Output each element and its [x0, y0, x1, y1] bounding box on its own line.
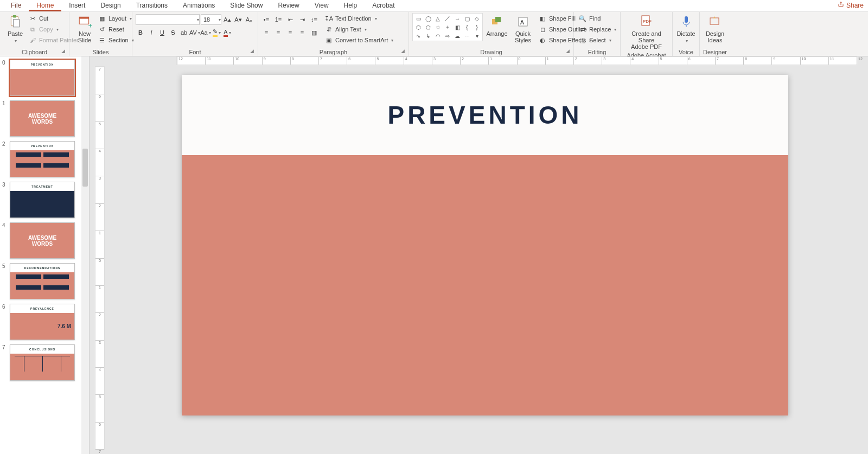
- thumbnail-scrollbar[interactable]: [81, 56, 89, 454]
- find-button[interactable]: 🔍Find: [577, 13, 602, 24]
- italic-button[interactable]: I: [146, 27, 156, 38]
- slide-canvas[interactable]: PREVENTION: [182, 75, 788, 415]
- slide-thumbnail[interactable]: 2PREVENTION: [10, 141, 81, 177]
- align-text-button[interactable]: ⇵Align Text▾: [323, 24, 394, 35]
- drawing-launcher[interactable]: ◢: [566, 48, 572, 55]
- section-button[interactable]: ☰Section▾: [97, 35, 135, 46]
- svg-rect-1: [13, 15, 17, 17]
- tab-review[interactable]: Review: [270, 0, 307, 11]
- tab-view[interactable]: View: [307, 0, 336, 11]
- dec-indent-icon: ⇤: [288, 16, 293, 23]
- align-center-icon: ≡: [277, 29, 280, 36]
- thumbnail-number: 4: [2, 222, 5, 228]
- slide-thumbnail[interactable]: 5RECOMMENDATIONS: [10, 263, 81, 299]
- thumbnail-preview: AWESOME WORDS: [10, 222, 75, 259]
- slide-thumbnail[interactable]: 0PREVENTION: [10, 60, 81, 96]
- inc-indent-button[interactable]: ⇥: [297, 14, 307, 25]
- menu-bar: File Home Insert Design Transitions Anim…: [0, 0, 868, 12]
- tab-transitions[interactable]: Transitions: [129, 0, 175, 11]
- shape-oval-icon: ◯: [424, 15, 432, 22]
- font-name-combo[interactable]: ▾: [136, 14, 200, 25]
- replace-button[interactable]: ⇄Replace▾: [577, 24, 617, 35]
- layout-button[interactable]: ▦Layout▾: [97, 13, 135, 24]
- align-center-button[interactable]: ≡: [273, 27, 283, 38]
- shape-cloud-icon: ☁: [453, 32, 462, 40]
- tab-animations[interactable]: Animations: [175, 0, 222, 11]
- shape-hex-icon: ⬡: [414, 23, 423, 31]
- bold-button[interactable]: B: [136, 27, 145, 38]
- quick-styles-button[interactable]: A Quick Styles: [511, 13, 535, 44]
- shape-fill-icon: ◧: [538, 14, 547, 23]
- tab-file[interactable]: File: [3, 0, 29, 11]
- share-button[interactable]: Share: [838, 1, 864, 9]
- shadow-button[interactable]: ab: [179, 27, 189, 38]
- slide-thumbnail[interactable]: 4AWESOME WORDS: [10, 222, 81, 259]
- font-color-button[interactable]: A▾: [222, 27, 232, 38]
- smartart-button[interactable]: ▣Convert to SmartArt▾: [323, 35, 394, 46]
- select-button[interactable]: ⬚Select▾: [577, 35, 612, 46]
- grow-font-button[interactable]: A▴: [222, 14, 232, 25]
- svg-rect-2: [14, 20, 20, 27]
- share-label: Share: [846, 2, 864, 9]
- svg-text:A: A: [520, 20, 524, 25]
- justify-button[interactable]: ≡: [297, 27, 307, 38]
- design-ideas-icon: [707, 14, 723, 29]
- create-pdf-button[interactable]: PDF Create and Share Adobe PDF: [624, 13, 669, 51]
- line-spacing-button[interactable]: ↕≡: [309, 14, 319, 25]
- case-button[interactable]: Aa▾: [201, 27, 210, 38]
- paste-button[interactable]: Paste▾: [3, 13, 27, 46]
- svg-rect-7: [495, 17, 501, 22]
- tab-acrobat[interactable]: Acrobat: [365, 0, 402, 11]
- tab-slide-show[interactable]: Slide Show: [222, 0, 270, 11]
- arrange-label: Arrange: [486, 30, 507, 37]
- slide-title-area[interactable]: PREVENTION: [182, 75, 788, 155]
- slide-thumbnail-pane[interactable]: 0PREVENTION1AWESOME WORDS2PREVENTION3TRE…: [0, 56, 90, 454]
- font-size-value: 18: [201, 16, 218, 23]
- numbering-button[interactable]: 1≡: [273, 14, 283, 25]
- svg-text:＋: ＋: [87, 21, 92, 29]
- shape-more2-icon: ▾: [473, 32, 481, 40]
- spacing-button[interactable]: AV▾: [190, 27, 200, 38]
- tab-home[interactable]: Home: [29, 0, 61, 11]
- columns-button[interactable]: ▥: [309, 27, 319, 38]
- font-size-combo[interactable]: 18▾: [201, 14, 221, 25]
- dec-indent-button[interactable]: ⇤: [285, 14, 295, 25]
- justify-icon: ≡: [301, 29, 304, 36]
- shrink-font-button[interactable]: A▾: [233, 14, 243, 25]
- slide-thumbnail[interactable]: 1AWESOME WORDS: [10, 100, 81, 137]
- scrollbar-handle[interactable]: [82, 149, 88, 187]
- shape-curve-icon: ∿: [414, 32, 423, 40]
- clear-format-button[interactable]: Aₓ: [244, 14, 254, 25]
- align-left-button[interactable]: ≡: [261, 27, 271, 38]
- design-ideas-button[interactable]: Design Ideas: [703, 13, 727, 44]
- thumbnail-number: 7: [2, 344, 5, 350]
- highlight-button[interactable]: ✎▾: [212, 27, 221, 38]
- thumbnail-preview: PREVENTION: [10, 141, 75, 177]
- reset-button[interactable]: ↺Reset: [97, 24, 135, 35]
- slide-thumbnail[interactable]: 7CONCLUSIONS: [10, 344, 81, 381]
- shape-gallery[interactable]: ▭◯△／→▢◇ ⬡⬠☆＋◧{} ∿↳◠⇨☁⋯▾: [412, 13, 483, 41]
- slide-thumbnail[interactable]: 3TREATMENT: [10, 182, 81, 218]
- new-slide-button[interactable]: ＋ New Slide: [73, 13, 97, 44]
- tab-design[interactable]: Design: [93, 0, 128, 11]
- paragraph-launcher[interactable]: ◢: [401, 48, 407, 55]
- tab-help[interactable]: Help: [336, 0, 365, 11]
- group-font: ▾ 18▾ A▴ A▾ Aₓ B I U S ab AV▾ Aa▾ ✎▾ A▾ …: [132, 12, 258, 56]
- bullets-button[interactable]: •≡: [261, 14, 271, 25]
- paste-icon: [8, 14, 23, 29]
- strike-button[interactable]: S: [168, 27, 178, 38]
- arrange-button[interactable]: Arrange: [485, 13, 509, 38]
- thumbnail-preview: PREVENTION: [10, 60, 75, 96]
- work-area: 0PREVENTION1AWESOME WORDS2PREVENTION3TRE…: [0, 56, 868, 454]
- clipboard-launcher[interactable]: ◢: [61, 48, 68, 55]
- underline-button[interactable]: U: [157, 27, 167, 38]
- text-direction-button[interactable]: ↧AText Direction▾: [323, 13, 394, 24]
- slide-thumbnail[interactable]: 6PREVALENCE7.6 M: [10, 304, 81, 340]
- align-right-button[interactable]: ≡: [285, 27, 295, 38]
- line-spacing-icon: ↕≡: [311, 16, 317, 23]
- font-launcher[interactable]: ◢: [250, 48, 257, 55]
- find-icon: 🔍: [578, 14, 587, 23]
- tab-insert[interactable]: Insert: [61, 0, 93, 11]
- dictate-button[interactable]: Dictate▾: [674, 13, 698, 46]
- text-direction-label: Text Direction: [335, 15, 372, 22]
